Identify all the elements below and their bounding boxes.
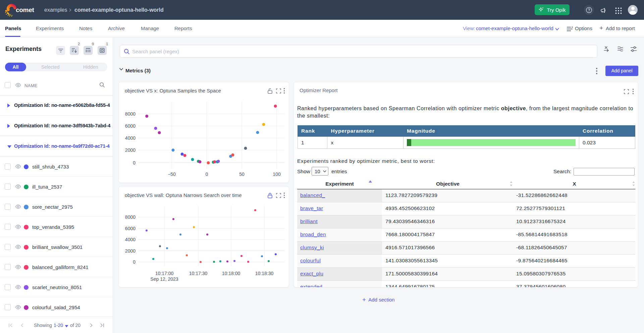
svg-text:0: 0	[133, 160, 136, 165]
svg-text:0: 0	[133, 259, 136, 265]
svg-text:4000: 4000	[125, 237, 136, 242]
svg-text:50: 50	[239, 172, 245, 177]
svg-text:2000: 2000	[125, 147, 136, 153]
svg-text:Sep 12, 2023: Sep 12, 2023	[150, 276, 178, 282]
svg-text:10:18:30: 10:18:30	[255, 271, 274, 276]
svg-text:8000: 8000	[125, 214, 136, 220]
svg-text:10:17:00: 10:17:00	[155, 271, 174, 276]
svg-text:0: 0	[206, 172, 208, 177]
svg-text:10:18:00: 10:18:00	[222, 271, 240, 276]
svg-text:10:17:30: 10:17:30	[189, 271, 208, 276]
svg-text:−50: −50	[168, 172, 176, 177]
svg-text:4000: 4000	[125, 135, 136, 141]
svg-text:8000: 8000	[125, 111, 136, 117]
svg-text:2000: 2000	[125, 248, 136, 254]
svg-text:6000: 6000	[125, 226, 136, 231]
svg-text:100: 100	[273, 172, 281, 177]
svg-text:6000: 6000	[125, 123, 136, 129]
